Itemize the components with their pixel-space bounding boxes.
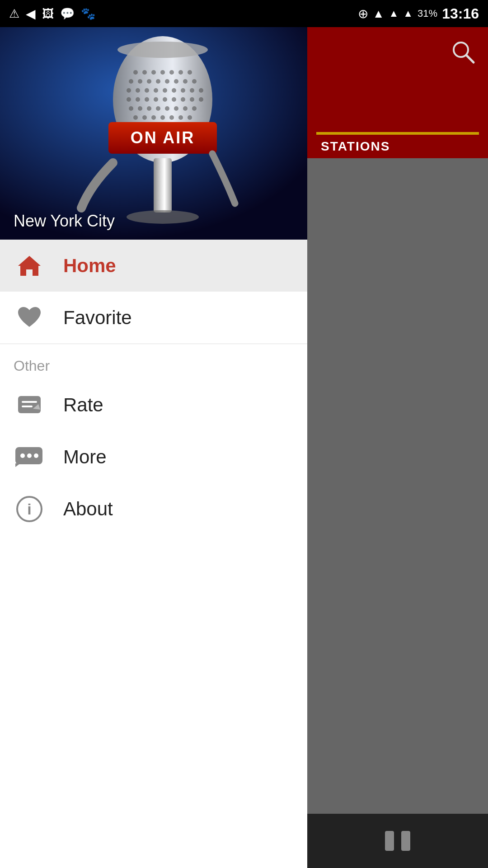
svg-point-14 [174, 79, 178, 84]
svg-point-21 [163, 88, 167, 93]
svg-point-27 [136, 97, 140, 102]
more-label: More [63, 446, 107, 468]
svg-point-2 [133, 70, 138, 75]
svg-point-7 [178, 70, 183, 75]
svg-rect-52 [154, 158, 172, 212]
svg-point-42 [192, 106, 197, 111]
signal2-icon: ▲ [403, 8, 413, 19]
svg-point-12 [156, 79, 160, 84]
svg-point-48 [178, 115, 183, 120]
svg-point-8 [188, 70, 192, 75]
main-layout: ON AIR New York City [0, 27, 488, 868]
svg-point-18 [136, 88, 140, 93]
svg-point-17 [127, 88, 131, 93]
city-label: New York City [14, 212, 115, 231]
gallery-icon: 🖼 [42, 7, 54, 21]
search-button[interactable] [447, 36, 479, 68]
svg-line-67 [466, 55, 474, 62]
svg-point-19 [145, 88, 149, 93]
heart-icon [14, 302, 45, 334]
svg-point-30 [163, 97, 167, 102]
right-panel-body [307, 158, 488, 814]
nav-item-favorite[interactable]: Favorite [0, 292, 307, 344]
nav-item-more[interactable]: More [0, 431, 307, 483]
info-icon: i [14, 493, 45, 525]
svg-point-9 [129, 79, 133, 84]
svg-point-36 [138, 106, 142, 111]
svg-point-62 [27, 453, 32, 458]
nav-item-about[interactable]: i About [0, 483, 307, 535]
svg-point-33 [190, 97, 194, 102]
message-icon: 💬 [60, 7, 75, 21]
svg-point-24 [190, 88, 194, 93]
signal-icon: ▲ [389, 8, 399, 19]
add-circle-icon: ⊕ [358, 6, 368, 21]
svg-point-40 [174, 106, 178, 111]
status-bar-right: ⊕ ▲ ▲ ▲ 31% 13:16 [358, 5, 479, 22]
notification-icon: ⚠ [9, 7, 19, 21]
status-bar: ⚠ ◀ 🖼 💬 🐾 ⊕ ▲ ▲ ▲ 31% 13:16 [0, 0, 488, 27]
svg-point-49 [188, 115, 192, 120]
svg-rect-68 [385, 831, 394, 851]
svg-point-23 [181, 88, 185, 93]
svg-point-15 [183, 79, 188, 84]
microphone-illustration: ON AIR [0, 27, 307, 240]
svg-point-39 [165, 106, 169, 111]
svg-point-38 [156, 106, 160, 111]
nav-section: Home Favorite Other [0, 240, 307, 868]
svg-point-13 [165, 79, 169, 84]
svg-point-10 [138, 79, 142, 84]
rate-label: Rate [63, 394, 103, 416]
nav-item-home[interactable]: Home [0, 240, 307, 292]
time-display: 13:16 [442, 5, 479, 22]
svg-point-53 [127, 210, 199, 224]
svg-point-26 [127, 97, 131, 102]
right-panel: STATIONS [307, 27, 488, 868]
drawer-panel: ON AIR New York City [0, 27, 307, 868]
svg-point-47 [169, 115, 174, 120]
right-panel-header: STATIONS [307, 27, 488, 158]
status-bar-left: ⚠ ◀ 🖼 💬 🐾 [9, 6, 95, 21]
svg-point-31 [172, 97, 176, 102]
wifi-icon: ▲ [373, 7, 385, 21]
user-icon: 🐾 [81, 7, 95, 21]
svg-point-3 [142, 70, 147, 75]
svg-point-45 [151, 115, 156, 120]
svg-text:i: i [27, 500, 31, 518]
svg-point-34 [199, 97, 203, 102]
svg-point-6 [169, 70, 174, 75]
home-icon [14, 250, 45, 282]
svg-point-35 [129, 106, 133, 111]
about-label: About [63, 498, 113, 520]
svg-point-28 [145, 97, 149, 102]
svg-marker-60 [15, 463, 20, 467]
svg-point-46 [160, 115, 165, 120]
svg-point-32 [181, 97, 185, 102]
favorite-label: Favorite [63, 307, 132, 329]
svg-point-54 [117, 42, 208, 58]
svg-point-43 [133, 115, 138, 120]
more-icon [14, 441, 45, 473]
hero-area: ON AIR New York City [0, 27, 307, 240]
svg-rect-55 [18, 396, 41, 413]
svg-point-25 [199, 88, 203, 93]
svg-point-29 [154, 97, 158, 102]
svg-point-16 [192, 79, 197, 84]
svg-point-20 [154, 88, 158, 93]
nav-item-rate[interactable]: Rate [0, 379, 307, 431]
playback-controls[interactable] [307, 814, 488, 868]
home-label: Home [63, 255, 116, 277]
svg-point-44 [142, 115, 147, 120]
svg-point-4 [151, 70, 156, 75]
battery-indicator: 31% [418, 8, 437, 19]
svg-point-5 [160, 70, 165, 75]
other-section-label: Other [0, 344, 307, 379]
svg-point-22 [172, 88, 176, 93]
svg-text:ON AIR: ON AIR [131, 128, 195, 147]
stations-title: STATIONS [321, 139, 392, 153]
back-icon: ◀ [26, 6, 36, 21]
rate-icon [14, 389, 45, 421]
svg-point-37 [147, 106, 151, 111]
pause-button[interactable] [380, 827, 416, 854]
svg-point-11 [147, 79, 151, 84]
